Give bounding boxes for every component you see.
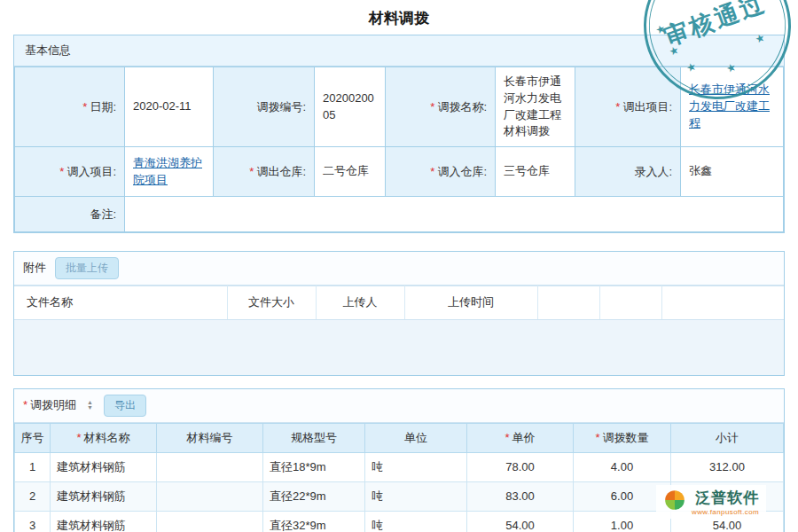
cell-material-name: 建筑材料钢筋 — [51, 511, 157, 532]
cell-unit: 吨 — [365, 452, 467, 481]
basic-info-section: 基本信息 *日期: 2020-02-11 调拨编号: 2020020005 *调… — [13, 35, 785, 233]
attach-col-filesize: 文件大小 — [227, 286, 316, 319]
attachments-header: 附件 批量上传 — [14, 252, 784, 286]
cell-material-no — [157, 452, 263, 481]
cell-unit: 吨 — [365, 511, 467, 532]
transfer-details-title: *调拨明细 — [23, 397, 76, 413]
in-warehouse-label: *调入仓库: — [386, 147, 496, 197]
transfer-no-label: 调拨编号: — [214, 67, 315, 147]
required-mark: * — [430, 100, 434, 113]
col-unit: 单位 — [365, 423, 467, 452]
required-mark: * — [23, 398, 27, 411]
cell-seq: 3 — [15, 511, 51, 532]
attach-col-uploadtime: 上传时间 — [404, 286, 537, 319]
cell-unit-price: 83.00 — [467, 481, 574, 511]
date-value: 2020-02-11 — [125, 67, 214, 147]
cell-material-no — [157, 511, 263, 532]
basic-info-header: 基本信息 — [14, 35, 784, 66]
col-material-no: 材料编号 — [157, 423, 263, 452]
remark-value — [125, 197, 784, 232]
cell-material-name: 建筑材料钢筋 — [51, 452, 157, 481]
cell-material-name: 建筑材料钢筋 — [51, 481, 157, 511]
out-project-label: *调出项目: — [575, 67, 681, 147]
attachments-title: 附件 — [23, 260, 46, 276]
detail-header-row: 序号 *材料名称 材料编号 规格型号 单位 *单价 *调拨数量 小计 — [15, 423, 784, 452]
recorder-value: 张鑫 — [681, 147, 784, 197]
material-transfer-page: 材料调拨 基本信息 *日期: 2020-02-11 调拨编号: 20200200… — [0, 0, 798, 532]
cell-spec: 直径22*9m — [263, 481, 365, 511]
required-mark: * — [505, 431, 509, 444]
col-seq: 序号 — [15, 423, 51, 452]
in-project-link[interactable]: 青海洪湖养护院项目 — [133, 156, 202, 186]
cell-spec: 直径32*9m — [263, 511, 365, 532]
required-mark: * — [615, 100, 620, 113]
fanpu-logo-icon — [663, 489, 686, 515]
col-subtotal: 小计 — [671, 423, 784, 452]
basic-info-form: *日期: 2020-02-11 调拨编号: 2020020005 *调拨名称: … — [14, 66, 784, 232]
attach-col-filename: 文件名称 — [14, 286, 227, 319]
attachments-section: 附件 批量上传 文件名称 文件大小 上传人 上传时间 — [13, 251, 785, 376]
basic-info-title: 基本信息 — [25, 43, 71, 57]
in-project-cell: 青海洪湖养护院项目 — [125, 147, 214, 197]
transfer-name-value: 长春市伊通河水力发电厂改建工程材料调拨 — [496, 67, 575, 147]
vendor-text-block: 泛普软件 www.fanpusoft.com — [692, 488, 759, 516]
required-mark: * — [76, 431, 81, 444]
out-project-link[interactable]: 长春市伊通河水力发电厂改建工程 — [689, 82, 770, 129]
cell-unit-price: 78.00 — [467, 452, 574, 481]
cell-unit-price: 54.00 — [467, 511, 574, 532]
page-title: 材料调拨 — [0, 0, 798, 35]
out-project-cell: 长春市伊通河水力发电厂改建工程 — [681, 67, 784, 147]
cell-seq: 2 — [15, 481, 51, 511]
in-warehouse-value: 三号仓库 — [496, 147, 575, 197]
required-mark: * — [595, 431, 599, 444]
out-warehouse-label: *调出仓库: — [214, 147, 315, 197]
batch-upload-button[interactable]: 批量上传 — [55, 257, 119, 279]
cell-subtotal: 312.00 — [671, 452, 784, 481]
attachments-table: 文件名称 文件大小 上传人 上传时间 — [14, 286, 784, 320]
attach-col-uploader: 上传人 — [316, 286, 404, 319]
cell-unit: 吨 — [365, 481, 467, 511]
attach-col-empty — [599, 286, 661, 319]
required-mark: * — [430, 165, 434, 178]
attach-col-empty — [661, 286, 784, 319]
col-material-name: *材料名称 — [51, 423, 157, 452]
col-qty: *调拨数量 — [574, 423, 671, 452]
col-spec: 规格型号 — [263, 423, 365, 452]
cell-spec: 直径18*9m — [263, 452, 365, 481]
attachments-empty-body — [14, 320, 784, 375]
transfer-no-value: 2020020005 — [315, 67, 386, 147]
transfer-name-label: *调拨名称: — [386, 67, 496, 147]
date-label: *日期: — [15, 67, 125, 147]
recorder-label: 录入人: — [575, 147, 681, 197]
cell-material-no — [157, 481, 263, 511]
table-row: 1 建筑材料钢筋 直径18*9m 吨 78.00 4.00 312.00 — [15, 452, 784, 481]
out-warehouse-value: 二号仓库 — [315, 147, 386, 197]
required-mark: * — [249, 165, 254, 178]
vendor-brand: 泛普软件 — [695, 488, 759, 508]
sort-icon[interactable]: ▲▼ — [87, 400, 93, 411]
required-mark: * — [82, 100, 87, 113]
cell-seq: 1 — [15, 452, 51, 481]
attach-col-empty — [537, 286, 599, 319]
remark-label: 备注: — [15, 197, 125, 232]
export-button[interactable]: 导出 — [104, 395, 146, 417]
cell-qty: 4.00 — [574, 452, 671, 481]
required-mark: * — [59, 165, 64, 178]
vendor-watermark: 泛普软件 www.fanpusoft.com — [656, 485, 766, 519]
transfer-details-header: *调拨明细 ▲▼ 导出 — [14, 389, 784, 423]
vendor-url: www.fanpusoft.com — [692, 508, 759, 516]
col-unit-price: *单价 — [467, 423, 574, 452]
in-project-label: *调入项目: — [15, 147, 125, 197]
